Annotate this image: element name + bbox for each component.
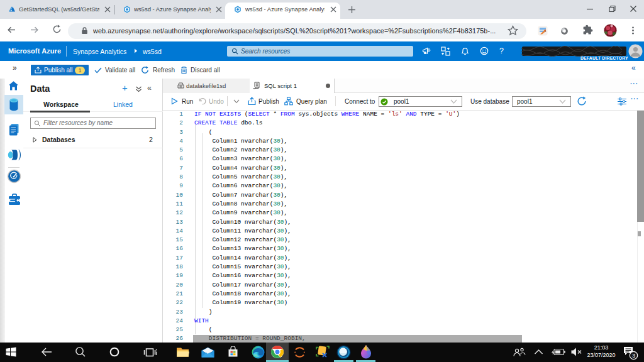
- svg-text:3: 3: [632, 353, 635, 359]
